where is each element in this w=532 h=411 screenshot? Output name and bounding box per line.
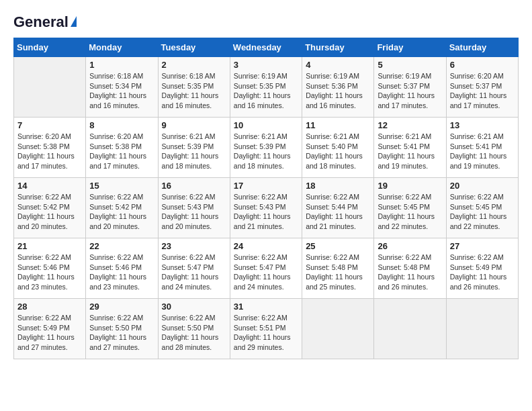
day-info: Sunrise: 6:22 AM Sunset: 5:47 PM Dayligh…	[234, 253, 298, 292]
day-number: 22	[89, 241, 154, 251]
day-number: 16	[162, 181, 226, 191]
day-number: 14	[17, 181, 82, 191]
day-number: 13	[450, 120, 515, 130]
day-info: Sunrise: 6:22 AM Sunset: 5:50 PM Dayligh…	[162, 313, 226, 353]
calendar-cell: 18Sunrise: 6:22 AM Sunset: 5:44 PM Dayli…	[302, 178, 374, 238]
day-info: Sunrise: 6:21 AM Sunset: 5:39 PM Dayligh…	[234, 132, 298, 171]
day-number: 10	[234, 120, 298, 130]
calendar-cell: 27Sunrise: 6:22 AM Sunset: 5:49 PM Dayli…	[446, 238, 518, 299]
weekday-header-tuesday: Tuesday	[158, 38, 230, 57]
calendar-cell: 14Sunrise: 6:22 AM Sunset: 5:42 PM Dayli…	[14, 178, 86, 238]
day-info: Sunrise: 6:21 AM Sunset: 5:41 PM Dayligh…	[450, 132, 515, 171]
day-info: Sunrise: 6:19 AM Sunset: 5:35 PM Dayligh…	[234, 71, 298, 111]
day-number: 31	[234, 302, 298, 312]
day-info: Sunrise: 6:22 AM Sunset: 5:49 PM Dayligh…	[450, 253, 515, 292]
day-number: 29	[89, 302, 154, 312]
day-info: Sunrise: 6:22 AM Sunset: 5:49 PM Dayligh…	[17, 313, 82, 353]
day-number: 12	[378, 120, 442, 130]
day-info: Sunrise: 6:22 AM Sunset: 5:47 PM Dayligh…	[162, 253, 226, 292]
day-number: 30	[162, 302, 226, 312]
weekday-header-sunday: Sunday	[14, 38, 86, 57]
day-number: 1	[89, 60, 154, 70]
day-number: 20	[450, 181, 515, 191]
day-number: 5	[378, 60, 442, 70]
calendar-cell: 23Sunrise: 6:22 AM Sunset: 5:47 PM Dayli…	[158, 238, 230, 299]
calendar-cell: 12Sunrise: 6:21 AM Sunset: 5:41 PM Dayli…	[374, 118, 446, 178]
day-number: 8	[89, 120, 154, 130]
weekday-header-monday: Monday	[86, 38, 158, 57]
calendar-cell: 30Sunrise: 6:22 AM Sunset: 5:50 PM Dayli…	[158, 299, 230, 359]
logo-general: General	[13, 13, 69, 31]
day-info: Sunrise: 6:20 AM Sunset: 5:38 PM Dayligh…	[89, 132, 154, 171]
day-info: Sunrise: 6:22 AM Sunset: 5:51 PM Dayligh…	[234, 313, 298, 353]
calendar-cell: 5Sunrise: 6:19 AM Sunset: 5:37 PM Daylig…	[374, 57, 446, 118]
day-number: 28	[17, 302, 82, 312]
calendar-cell: 8Sunrise: 6:20 AM Sunset: 5:38 PM Daylig…	[86, 118, 158, 178]
day-info: Sunrise: 6:22 AM Sunset: 5:42 PM Dayligh…	[89, 192, 154, 232]
logo: General	[13, 13, 77, 31]
day-info: Sunrise: 6:22 AM Sunset: 5:43 PM Dayligh…	[162, 192, 226, 232]
calendar-cell	[446, 299, 518, 359]
calendar-cell: 4Sunrise: 6:19 AM Sunset: 5:36 PM Daylig…	[302, 57, 374, 118]
day-info: Sunrise: 6:21 AM Sunset: 5:40 PM Dayligh…	[306, 132, 370, 171]
day-info: Sunrise: 6:22 AM Sunset: 5:50 PM Dayligh…	[89, 313, 154, 353]
calendar-cell: 1Sunrise: 6:18 AM Sunset: 5:34 PM Daylig…	[86, 57, 158, 118]
calendar-cell: 3Sunrise: 6:19 AM Sunset: 5:35 PM Daylig…	[230, 57, 302, 118]
day-info: Sunrise: 6:18 AM Sunset: 5:35 PM Dayligh…	[162, 71, 226, 111]
day-info: Sunrise: 6:22 AM Sunset: 5:42 PM Dayligh…	[17, 192, 82, 232]
calendar-cell: 7Sunrise: 6:20 AM Sunset: 5:38 PM Daylig…	[14, 118, 86, 178]
day-info: Sunrise: 6:21 AM Sunset: 5:41 PM Dayligh…	[378, 132, 442, 171]
day-number: 15	[89, 181, 154, 191]
day-info: Sunrise: 6:22 AM Sunset: 5:43 PM Dayligh…	[234, 192, 298, 232]
day-number: 4	[306, 60, 370, 70]
calendar-cell: 31Sunrise: 6:22 AM Sunset: 5:51 PM Dayli…	[230, 299, 302, 359]
calendar-cell: 19Sunrise: 6:22 AM Sunset: 5:45 PM Dayli…	[374, 178, 446, 238]
day-info: Sunrise: 6:21 AM Sunset: 5:39 PM Dayligh…	[162, 132, 226, 171]
day-number: 25	[306, 241, 370, 251]
day-number: 18	[306, 181, 370, 191]
calendar-cell: 28Sunrise: 6:22 AM Sunset: 5:49 PM Dayli…	[14, 299, 86, 359]
day-number: 17	[234, 181, 298, 191]
day-info: Sunrise: 6:22 AM Sunset: 5:45 PM Dayligh…	[378, 192, 442, 232]
calendar-cell: 17Sunrise: 6:22 AM Sunset: 5:43 PM Dayli…	[230, 178, 302, 238]
calendar-cell: 13Sunrise: 6:21 AM Sunset: 5:41 PM Dayli…	[446, 118, 518, 178]
day-number: 7	[17, 120, 82, 130]
calendar-cell: 2Sunrise: 6:18 AM Sunset: 5:35 PM Daylig…	[158, 57, 230, 118]
day-number: 24	[234, 241, 298, 251]
day-info: Sunrise: 6:22 AM Sunset: 5:48 PM Dayligh…	[306, 253, 370, 292]
calendar-cell: 20Sunrise: 6:22 AM Sunset: 5:45 PM Dayli…	[446, 178, 518, 238]
calendar-cell: 11Sunrise: 6:21 AM Sunset: 5:40 PM Dayli…	[302, 118, 374, 178]
calendar-cell: 15Sunrise: 6:22 AM Sunset: 5:42 PM Dayli…	[86, 178, 158, 238]
day-info: Sunrise: 6:20 AM Sunset: 5:37 PM Dayligh…	[450, 71, 515, 111]
calendar-cell	[302, 299, 374, 359]
day-info: Sunrise: 6:22 AM Sunset: 5:46 PM Dayligh…	[89, 253, 154, 292]
calendar-cell: 29Sunrise: 6:22 AM Sunset: 5:50 PM Dayli…	[86, 299, 158, 359]
day-number: 9	[162, 120, 226, 130]
calendar-cell	[14, 57, 86, 118]
calendar-cell: 22Sunrise: 6:22 AM Sunset: 5:46 PM Dayli…	[86, 238, 158, 299]
day-number: 23	[162, 241, 226, 251]
day-info: Sunrise: 6:18 AM Sunset: 5:34 PM Dayligh…	[89, 71, 154, 111]
day-info: Sunrise: 6:22 AM Sunset: 5:48 PM Dayligh…	[378, 253, 442, 292]
day-info: Sunrise: 6:22 AM Sunset: 5:45 PM Dayligh…	[450, 192, 515, 232]
day-number: 19	[378, 181, 442, 191]
day-number: 3	[234, 60, 298, 70]
day-number: 2	[162, 60, 226, 70]
weekday-header-friday: Friday	[374, 38, 446, 57]
calendar-cell: 16Sunrise: 6:22 AM Sunset: 5:43 PM Dayli…	[158, 178, 230, 238]
calendar-cell: 21Sunrise: 6:22 AM Sunset: 5:46 PM Dayli…	[14, 238, 86, 299]
page-header: General	[13, 13, 519, 31]
day-number: 26	[378, 241, 442, 251]
day-number: 11	[306, 120, 370, 130]
calendar-cell: 6Sunrise: 6:20 AM Sunset: 5:37 PM Daylig…	[446, 57, 518, 118]
weekday-header-wednesday: Wednesday	[230, 38, 302, 57]
calendar-cell	[374, 299, 446, 359]
calendar-cell: 10Sunrise: 6:21 AM Sunset: 5:39 PM Dayli…	[230, 118, 302, 178]
day-info: Sunrise: 6:20 AM Sunset: 5:38 PM Dayligh…	[17, 132, 82, 171]
logo-triangle-icon	[71, 16, 77, 27]
day-info: Sunrise: 6:19 AM Sunset: 5:36 PM Dayligh…	[306, 71, 370, 111]
calendar-cell: 24Sunrise: 6:22 AM Sunset: 5:47 PM Dayli…	[230, 238, 302, 299]
weekday-header-thursday: Thursday	[302, 38, 374, 57]
day-number: 6	[450, 60, 515, 70]
day-info: Sunrise: 6:22 AM Sunset: 5:46 PM Dayligh…	[17, 253, 82, 292]
